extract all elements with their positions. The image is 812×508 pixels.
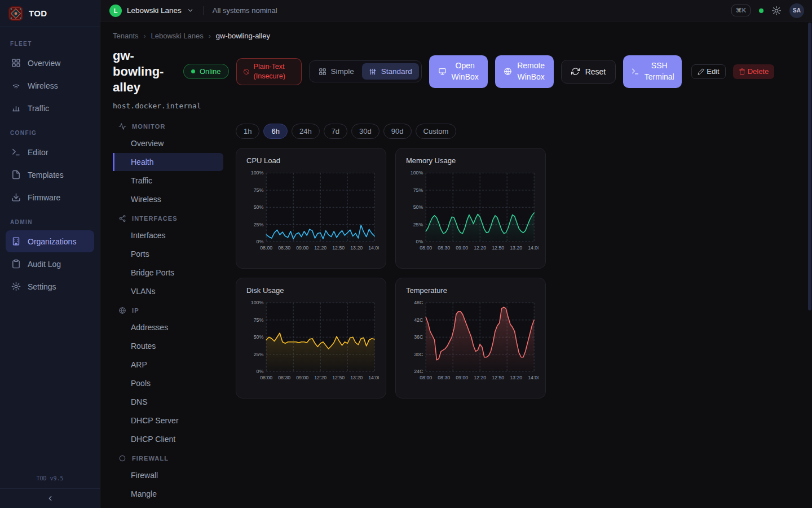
sidebar-item-label: Traffic: [28, 104, 49, 113]
sidebar-item-wireless[interactable]: Wireless: [6, 75, 94, 97]
view-mode-standard[interactable]: Standard: [362, 63, 419, 80]
online-status-badge: Online: [183, 64, 229, 79]
subnav-item-firewall[interactable]: Firewall: [113, 466, 223, 484]
svg-text:0%: 0%: [416, 239, 423, 244]
breadcrumb: Tenants › Lebowski Lanes › gw-bowling-al…: [113, 32, 812, 40]
subnav-item-addresses[interactable]: Addresses: [113, 318, 223, 336]
sidebar-item-editor[interactable]: Editor: [6, 141, 94, 163]
remote-winbox-button[interactable]: Remote WinBox: [495, 55, 554, 88]
chevron-down-icon: [187, 7, 194, 14]
vertical-scrollbar[interactable]: [808, 23, 811, 310]
sliders-icon: [369, 68, 377, 76]
time-range-24h[interactable]: 24h: [292, 124, 320, 139]
svg-text:09:00: 09:00: [456, 245, 468, 251]
temperature-card: Temperature 48C42C36C30C24C08:0008:3009:…: [395, 278, 546, 398]
delete-button[interactable]: Delete: [733, 64, 775, 79]
sidebar-section-admin: ADMIN: [6, 209, 94, 230]
sun-icon[interactable]: [772, 6, 781, 15]
subnav-item-arp[interactable]: ARP: [113, 356, 223, 374]
breadcrumb-tenants[interactable]: Tenants: [113, 32, 139, 40]
sidebar-item-organizations[interactable]: Organizations: [6, 230, 94, 252]
command-palette-shortcut[interactable]: ⌘K: [731, 5, 751, 16]
online-label: Online: [200, 67, 221, 76]
user-avatar[interactable]: SA: [789, 3, 804, 18]
charts-column: 1h 6h 24h 7d 30d 90d Custom CPU Load 100…: [236, 124, 547, 398]
edit-button[interactable]: Edit: [691, 64, 725, 79]
subnav-item-vlans[interactable]: VLANs: [113, 282, 223, 300]
subnav-item-ports[interactable]: Ports: [113, 245, 223, 263]
svg-text:30C: 30C: [414, 351, 423, 357]
remote-winbox-label: Remote WinBox: [517, 60, 545, 82]
subnav-item-bridge-ports[interactable]: Bridge Ports: [113, 264, 223, 282]
view-mode-segment: Simple Standard: [309, 60, 422, 82]
subnav-item-overview[interactable]: Overview: [113, 134, 223, 152]
cpu-load-chart: 100%75%50%25%0%08:0008:3009:0012:2012:50…: [244, 167, 379, 263]
sidebar-item-templates[interactable]: Templates: [6, 164, 94, 186]
svg-text:36C: 36C: [414, 334, 423, 340]
subnav-item-health[interactable]: Health: [113, 153, 223, 171]
subnav-item-dhcp-server[interactable]: DHCP Server: [113, 411, 223, 430]
app-version: TOD v9.5: [0, 468, 100, 488]
delete-label: Delete: [748, 67, 769, 76]
monitor-icon: [438, 67, 447, 76]
svg-text:48C: 48C: [414, 300, 423, 305]
download-icon: [11, 192, 21, 202]
gear-icon: [11, 282, 21, 291]
sidebar-item-label: Audit Log: [28, 260, 61, 269]
sidebar-item-label: Wireless: [28, 81, 58, 90]
online-dot-icon: [191, 69, 195, 73]
reset-label: Reset: [585, 67, 606, 76]
time-range-custom[interactable]: Custom: [416, 124, 457, 139]
memory-usage-chart: 100%75%50%25%0%08:0008:3009:0012:2012:50…: [404, 167, 539, 263]
svg-text:12:50: 12:50: [492, 375, 504, 380]
subnav-item-traffic[interactable]: Traffic: [113, 172, 223, 190]
terminal-icon: [631, 67, 639, 76]
subnav-item-routes[interactable]: Routes: [113, 337, 223, 355]
activity-icon: [118, 122, 126, 130]
svg-text:12:20: 12:20: [474, 375, 486, 380]
chart-title: CPU Load: [246, 156, 379, 165]
time-range-30d[interactable]: 30d: [351, 124, 379, 139]
tenant-switcher[interactable]: L Lebowski Lanes: [109, 5, 194, 17]
sidebar-item-overview[interactable]: Overview: [6, 52, 94, 74]
subnav-item-dhcp-client[interactable]: DHCP Client: [113, 430, 223, 448]
sidebar-item-label: Organizations: [28, 237, 76, 246]
sidebar-collapse-button[interactable]: [0, 488, 100, 508]
svg-text:08:00: 08:00: [260, 375, 272, 380]
subnav-section-ip: IP: [113, 301, 223, 318]
time-range-6h[interactable]: 6h: [263, 124, 287, 139]
clipboard-icon: [11, 259, 21, 269]
firewall-icon: [118, 454, 126, 462]
time-range-1h[interactable]: 1h: [236, 124, 259, 139]
device-host: host.docker.internal: [113, 102, 812, 110]
chart-title: Memory Usage: [406, 156, 539, 165]
ssh-terminal-button[interactable]: SSH Terminal: [623, 55, 682, 88]
subnav-item-pools[interactable]: Pools: [113, 374, 223, 392]
subnav-item-dns[interactable]: DNS: [113, 393, 223, 411]
sidebar-section-config: CONFIG: [6, 120, 94, 141]
svg-text:09:00: 09:00: [296, 245, 308, 251]
sidebar-header: TOD: [0, 0, 100, 27]
topbar-divider: [203, 6, 204, 15]
sidebar-item-settings[interactable]: Settings: [6, 275, 94, 297]
sidebar: TOD FLEET Overview Wireless Traffic CONF…: [0, 0, 100, 508]
breadcrumb-tenant[interactable]: Lebowski Lanes: [151, 32, 204, 40]
svg-text:12:50: 12:50: [332, 245, 345, 251]
app-root: TOD FLEET Overview Wireless Traffic CONF…: [0, 0, 812, 508]
svg-text:100%: 100%: [251, 170, 264, 176]
sidebar-item-firmware[interactable]: Firmware: [6, 186, 94, 208]
view-mode-simple[interactable]: Simple: [312, 63, 361, 80]
reset-button[interactable]: Reset: [561, 60, 616, 84]
sidebar-item-traffic[interactable]: Traffic: [6, 97, 94, 119]
time-range-7d[interactable]: 7d: [324, 124, 347, 139]
subnav-item-interfaces[interactable]: Interfaces: [113, 226, 223, 244]
subnav-item-wireless[interactable]: Wireless: [113, 190, 223, 208]
svg-text:50%: 50%: [254, 334, 264, 340]
time-range-90d[interactable]: 90d: [383, 124, 412, 139]
file-icon: [11, 170, 21, 179]
sidebar-item-audit-log[interactable]: Audit Log: [6, 253, 94, 275]
content: Tenants › Lebowski Lanes › gw-bowling-al…: [100, 21, 812, 508]
subnav-item-mangle[interactable]: Mangle: [113, 485, 223, 503]
open-winbox-button[interactable]: Open WinBox: [429, 55, 488, 88]
wifi-icon: [11, 81, 21, 90]
